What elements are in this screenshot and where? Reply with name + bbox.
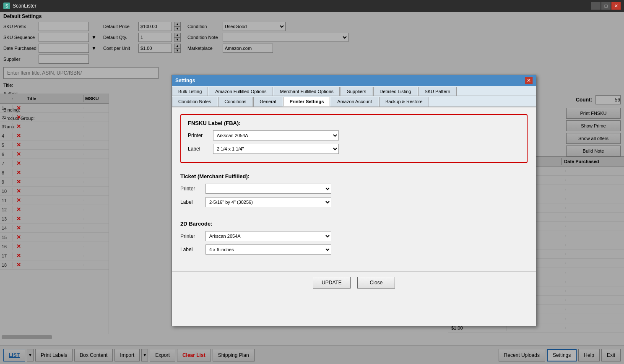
tab-sku-pattern[interactable]: SKU Pattern [418,87,456,96]
ticket-label-row: Label 2-5/16" by 4" (30256) [180,197,528,207]
maximize-button[interactable]: □ [601,2,611,10]
dialog-title: Settings [175,78,195,83]
ticket-title: Ticket (Merchant Fulfilled): [180,173,528,179]
minimize-button[interactable]: ─ [591,2,601,10]
barcode-printer-label: Printer [180,233,205,239]
fnsku-printer-label: Printer [188,133,213,138]
tab-printer-settings[interactable]: Printer Settings [283,97,330,107]
fnsku-printer-row: Printer Arkscan 2054A [188,130,520,140]
tab-amazon-account[interactable]: Amazon Account [331,97,378,107]
ticket-printer-label: Printer [180,186,205,192]
tab-merchant-fulfilled[interactable]: Merchant Fulfilled Options [274,87,340,96]
tab-suppliers[interactable]: Suppliers [341,87,372,96]
fnsku-section: FNSKU Label (FBA): Printer Arkscan 2054A… [180,114,528,163]
fnsku-label-select[interactable]: 2 1/4 x 1 1/4" [213,144,339,154]
tab-backup-restore[interactable]: Backup & Restore [379,97,429,107]
dialog-close-btn[interactable]: Close [357,277,395,289]
tab-amazon-fulfilled[interactable]: Amazon Fulfilled Options [209,87,273,96]
ticket-label-select[interactable]: 2-5/16" by 4" (30256) [205,197,331,207]
dialog-titlebar: Settings ✕ [172,75,536,86]
dialog-tabs-row2: Condition Notes Conditions General Print… [172,96,536,107]
barcode-printer-row: Printer Arkscan 2054A [180,231,528,241]
fnsku-label-row: Label 2 1/4 x 1 1/4" [188,144,520,154]
dialog-footer: UPDATE Close [172,271,536,294]
barcode-label-row: Label 4 x 6 inches [180,244,528,255]
fnsku-label-label: Label [188,146,213,152]
dialog-content: FNSKU Label (FBA): Printer Arkscan 2054A… [172,107,536,271]
app-title: ScanLister [13,3,36,9]
dialog-close-button[interactable]: ✕ [525,77,533,84]
fnsku-printer-select[interactable]: Arkscan 2054A [213,130,339,140]
ticket-printer-row: Printer [180,184,528,194]
window-controls: ─ □ ✕ [591,2,621,10]
tab-bulk-listing[interactable]: Bulk Listing [172,87,208,96]
barcode-title: 2D Barcode: [180,221,528,227]
barcode-label-label: Label [180,247,205,252]
ticket-label-label: Label [180,199,205,205]
barcode-section: 2D Barcode: Printer Arkscan 2054A Label … [180,217,528,265]
barcode-label-select[interactable]: 4 x 6 inches [205,244,331,255]
tab-detailed-listing[interactable]: Detailed Listing [373,87,417,96]
tab-general[interactable]: General [253,97,282,107]
close-button[interactable]: ✕ [611,2,621,10]
fnsku-title: FNSKU Label (FBA): [188,120,520,126]
dialog-tabs-row1: Bulk Listing Amazon Fulfilled Options Me… [172,86,536,96]
settings-dialog: Settings ✕ Bulk Listing Amazon Fulfilled… [172,75,536,326]
app-body: Default Settings SKU Prefix SKU Sequence… [0,12,624,364]
update-button[interactable]: UPDATE [313,277,351,289]
dialog-overlay: Settings ✕ Bulk Listing Amazon Fulfilled… [0,12,624,364]
tab-condition-notes[interactable]: Condition Notes [172,97,217,107]
ticket-section: Ticket (Merchant Fulfilled): Printer Lab… [180,170,528,217]
barcode-printer-select[interactable]: Arkscan 2054A [205,231,331,241]
app-icon: S [3,3,10,9]
ticket-printer-select[interactable] [205,184,331,194]
title-bar: S ScanLister ─ □ ✕ [0,0,624,12]
tab-conditions[interactable]: Conditions [218,97,252,107]
